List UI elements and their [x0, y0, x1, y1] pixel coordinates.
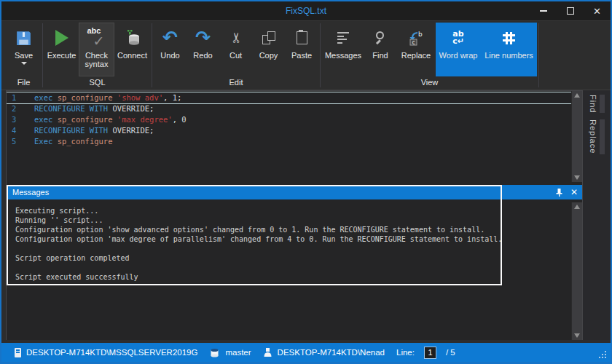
server-name: DESKTOP-M714KTD\MSSQLSERVER2019G: [26, 348, 197, 357]
group-label-sql: SQL: [44, 76, 151, 90]
connect-button[interactable]: Connect: [114, 23, 150, 76]
scroll-down-icon[interactable]: [574, 333, 580, 338]
minimize-button[interactable]: [530, 1, 557, 20]
messages-icon: [337, 25, 350, 51]
find-icon: [374, 25, 388, 51]
execute-button[interactable]: Execute: [44, 23, 79, 76]
code-line[interactable]: 2RECONFIGURE WITH OVERRIDE;: [7, 103, 571, 114]
message-line: Script executed successfully: [15, 272, 582, 282]
paste-icon: [297, 25, 307, 51]
find-button[interactable]: Find: [364, 23, 396, 76]
database-name: master: [225, 348, 251, 357]
user-icon: [263, 347, 272, 357]
side-tab-find[interactable]: Find: [588, 95, 605, 113]
execute-label: Execute: [47, 51, 76, 60]
line-number: 1: [7, 92, 34, 103]
connect-label: Connect: [117, 51, 147, 60]
code-text: exec sp_configure 'max degree', 0: [34, 114, 187, 125]
copy-button[interactable]: Copy: [252, 23, 285, 76]
scroll-up-icon[interactable]: [574, 93, 580, 98]
undo-button[interactable]: ↶ Undo: [154, 23, 187, 76]
messages-panel-header: Messages ✕: [7, 185, 582, 199]
redo-label: Redo: [193, 51, 212, 60]
side-tab-strip: [600, 119, 605, 154]
cut-button[interactable]: ✂ Cut: [219, 23, 252, 76]
toolbar-separator: [320, 23, 321, 87]
save-icon: [15, 25, 33, 51]
side-tab-strip: [600, 95, 605, 113]
code-line[interactable]: 4RECONFIGURE WITH OVERRIDE;: [7, 125, 571, 136]
messages-panel: Messages ✕ Executing script...Running ''…: [7, 185, 582, 340]
connect-icon: [123, 25, 142, 51]
editor-scrollbar[interactable]: [571, 91, 582, 182]
close-button[interactable]: ✕: [584, 1, 611, 20]
group-label-file: File: [6, 76, 42, 90]
user-status: DESKTOP-M714KTD\Nenad: [263, 347, 385, 357]
database-icon: [209, 347, 220, 358]
toolbar-separator: [538, 23, 539, 87]
pin-icon[interactable]: [555, 188, 563, 197]
paste-label: Paste: [291, 51, 312, 60]
replace-label: Replace: [401, 51, 431, 60]
line-number: 3: [7, 114, 34, 125]
toolbar-separator: [152, 23, 152, 87]
check-syntax-label: Check syntax: [79, 51, 114, 68]
side-tab-label: Replace: [588, 119, 597, 154]
code-line[interactable]: 5Exec sp_configure: [7, 136, 571, 147]
message-line: Running '' script...: [15, 215, 582, 225]
toolbar-group-view: Messages Find b c: [321, 21, 538, 90]
line-numbers-label: Line numbers: [484, 51, 533, 60]
code-text: RECONFIGURE WITH OVERRIDE;: [34, 125, 154, 136]
messages-panel-title: Messages: [12, 188, 49, 197]
sql-editor[interactable]: 1exec sp_configure 'show adv', 1;2RECONF…: [7, 91, 582, 182]
toolbar: Save File Execute abc✓ Check syntax: [1, 20, 611, 90]
group-label-view: View: [321, 76, 538, 90]
undo-label: Undo: [160, 51, 179, 60]
window-title: FixSQL.txt: [1, 6, 611, 16]
undo-icon: ↶: [162, 25, 178, 51]
database-status: master: [209, 347, 251, 358]
word-wrap-toggle[interactable]: abc↵ Word wrap: [436, 23, 481, 76]
title-bar: FixSQL.txt ✕: [1, 1, 611, 20]
messages-button[interactable]: Messages: [322, 23, 364, 76]
messages-scrollbar[interactable]: [571, 202, 582, 340]
line-label: Line:: [396, 348, 415, 357]
minimize-icon: [540, 10, 547, 12]
close-icon: ✕: [593, 6, 601, 17]
cut-label: Cut: [230, 51, 242, 60]
toolbar-separator: [42, 23, 43, 87]
side-tab-replace[interactable]: Replace: [588, 119, 605, 154]
right-tab-strip: FindReplace: [583, 90, 611, 340]
messages-close-icon[interactable]: ✕: [570, 187, 578, 197]
window-controls: ✕: [530, 1, 611, 20]
check-syntax-button[interactable]: abc✓ Check syntax: [79, 23, 114, 76]
redo-icon: ↷: [195, 25, 211, 51]
word-wrap-label: Word wrap: [439, 51, 478, 60]
paste-button[interactable]: Paste: [285, 23, 318, 76]
word-wrap-icon: abc↵: [452, 25, 464, 51]
redo-button[interactable]: ↷ Redo: [187, 23, 219, 76]
app-window: FixSQL.txt ✕ Save File: [0, 0, 612, 364]
message-line: Configuration option 'max degree of para…: [15, 234, 582, 244]
line-number: 4: [7, 125, 34, 136]
resize-grip-icon[interactable]: [599, 351, 606, 358]
code-area[interactable]: 1exec sp_configure 'show adv', 1;2RECONF…: [7, 91, 571, 182]
code-text: Exec sp_configure: [34, 136, 112, 147]
messages-output[interactable]: Executing script...Running '' script...C…: [7, 199, 582, 340]
line-numbers-toggle[interactable]: Line numbers: [481, 23, 537, 76]
code-line[interactable]: 3exec sp_configure 'max degree', 0: [7, 114, 571, 125]
status-bar: DESKTOP-M714KTD\MSSQLSERVER2019G master …: [1, 343, 611, 362]
server-status: DESKTOP-M714KTD\MSSQLSERVER2019G: [15, 348, 197, 357]
scroll-down-icon[interactable]: [574, 175, 580, 180]
save-dropdown-arrow[interactable]: [21, 62, 27, 65]
check-syntax-icon: abc✓: [87, 25, 107, 51]
code-line[interactable]: 1exec sp_configure 'show adv', 1;: [7, 92, 571, 103]
save-button[interactable]: Save: [7, 23, 41, 76]
replace-button[interactable]: b c Replace: [396, 23, 436, 76]
execute-icon: [55, 25, 68, 51]
message-line: Configuration option 'show advanced opti…: [15, 225, 582, 234]
replace-icon: b c: [408, 25, 424, 51]
maximize-button[interactable]: [557, 1, 584, 20]
scroll-up-icon[interactable]: [574, 205, 580, 209]
group-label-edit: Edit: [153, 76, 319, 90]
